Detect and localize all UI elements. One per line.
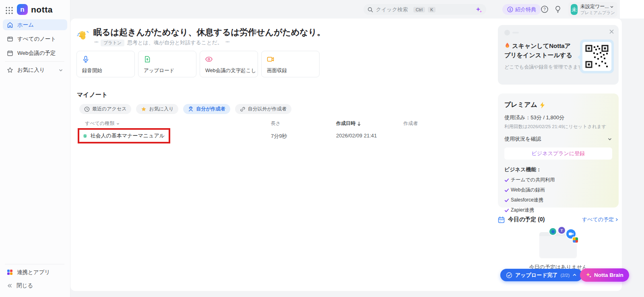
search-icon [367,7,373,12]
search-bar[interactable]: Ctrl K [363,4,486,15]
note-row-annotation-box: 社会人の基本マナーマニュアル [78,128,170,143]
premium-title: プレミアム [504,101,537,109]
ai-sparkle-icon[interactable] [476,6,482,13]
business-feature-item: Zapier連携 [504,207,612,214]
business-feature-item: Web会議の録画 [504,187,612,193]
sidebar-item-integrations[interactable]: 連携とアプリ [3,267,67,278]
filter-created-by-others[interactable]: 自分以外が作成者 [235,104,291,114]
integrations-grid-icon [7,269,13,275]
clock-icon [84,106,90,112]
quote-close-mark: ”” [225,40,229,46]
column-header-created[interactable]: 作成日時 [336,120,361,127]
sidebar-item-label: Web会議の予定 [17,50,56,57]
action-card-label: 画面収録 [267,67,287,74]
meeting-transcribe-card[interactable]: Web会議の文字起こし [200,51,258,77]
filter-label: 自分が作成者 [196,106,225,112]
sidebar-item-label: 連携とアプリ [17,269,50,276]
apps-grid-icon[interactable] [5,6,13,15]
filter-favorites[interactable]: お気に入り [136,104,178,114]
action-card-label: Web会議の文字起こし [205,67,256,74]
upload-complete-toast[interactable]: アップロード完了 (2/2) [500,269,582,281]
note-title[interactable]: 社会人の基本マナーマニュアル [91,132,165,139]
sidebar-item-label: お気に入り [17,66,54,74]
premium-plan-card: プレミアム 使用済み：53分 / 1,800分 利用回数は2026/02/25 … [498,93,619,208]
lightning-icon [540,102,545,108]
kbd-ctrl: Ctrl [413,7,425,12]
chevron-up-icon [572,273,577,277]
google-meet-app-icon [573,237,578,243]
sidebar-item-label: すべてのノート [17,35,56,43]
upload-count: (2/2) [561,273,570,278]
wave-hand-emoji [76,29,90,43]
referral-bonus-label: 紹介特典 [515,6,536,13]
sidebar-divider [5,61,64,62]
chevron-down-icon [58,68,63,73]
quote-open-mark: ““ [94,40,98,46]
star-outline-icon [7,67,13,73]
notta-brain-label: Notta Brain [594,272,623,278]
promo-skeleton-bar [512,32,519,33]
sidebar-item-web-meetings[interactable]: Web会議の予定 [3,48,67,58]
star-icon [141,106,147,112]
promo-subtitle: どこでも会議や録音を管理できます [504,64,583,71]
schedule-calendar-icon [498,216,505,223]
qr-code [580,39,614,73]
promo-title: スキャンしてNottaアプリをインストールする [504,41,577,60]
referral-bonus-button[interactable]: $ 紹介特典 [502,4,541,15]
promo-skeleton-dot [504,30,510,35]
sidebar-divider [5,264,64,264]
workspace-name: 未設定ワー... [580,3,609,10]
sort-desc-arrow-icon [357,121,361,126]
sparkle-icon [586,272,592,278]
svg-text:?: ? [543,7,546,12]
sidebar-collapse-button[interactable]: 閉じる [3,280,67,291]
business-plan-cta-button[interactable]: ビジネスプランに登録 [504,147,612,160]
quote-author-badge: プラトン [101,39,124,46]
calendar-icon [7,50,13,56]
check-icon [504,188,509,193]
search-input[interactable] [376,6,411,12]
business-feature-item: Salesforce連携 [504,197,612,204]
notta-logo[interactable]: n notta [17,4,53,15]
notta-brain-button[interactable]: Notta Brain [580,268,629,282]
sidebar-item-all-notes[interactable]: すべてのノート [3,33,67,44]
check-icon [504,208,509,213]
help-icon[interactable]: ? [541,5,549,13]
meeting-camera-icon [205,56,213,63]
close-icon[interactable] [609,29,614,34]
premium-usage: 使用済み：53分 / 1,800分 [504,114,612,121]
sidebar-item-label: 閉じる [17,282,33,289]
all-schedule-link[interactable]: すべての予定 [582,216,619,223]
sidebar-item-label: ホーム [17,21,34,29]
column-header-length[interactable]: 長さ [271,120,281,127]
start-recording-card[interactable]: 録音開始 [76,51,135,77]
upload-card[interactable]: アップロード [138,51,196,77]
note-length: 7分9秒 [271,133,287,140]
note-doc-icon [83,133,87,139]
usage-status-toggle[interactable]: 使用状況を確認 [504,135,612,143]
column-header-author[interactable]: 作成者 [403,120,418,127]
link-icon [240,106,246,112]
webex-app-icon [549,228,556,235]
filter-recent-access[interactable]: 最近のアクセス [79,104,131,114]
greeting-title: 眠るは起きんがためなり、休息するは労作せんがためなり。 [93,27,325,38]
my-notes-title: マイノート [77,91,107,99]
notes-folder-icon [7,36,13,42]
sidebar-item-home[interactable]: ホーム [3,19,67,30]
sidebar-item-favorites[interactable]: お気に入り [3,64,67,75]
screen-record-card[interactable]: 画面収録 [261,51,320,77]
business-features-title: ビジネス機能： [504,166,612,173]
teams-app-icon: T [558,227,565,234]
filter-label: 最近のアクセス [92,106,126,112]
lightbulb-icon[interactable] [554,5,562,13]
filter-created-by-me[interactable]: 自分が作成者 [183,104,230,114]
main-panel: 眠るは起きんがためなり、休息するは労作せんがためなり。 ““ プラトン 思考とは… [70,19,622,291]
chevron-down-icon [116,122,120,126]
upload-complete-label: アップロード完了 [515,272,558,279]
column-header-type[interactable]: すべての種類 [85,120,120,127]
video-camera-glyph [569,232,574,236]
notta-logo-icon: n [17,4,28,15]
account-menu[interactable]: 未 未設定ワー... プレミアムプラン [568,2,617,17]
svg-text:$: $ [509,8,511,12]
double-chevron-left-icon [7,283,12,289]
